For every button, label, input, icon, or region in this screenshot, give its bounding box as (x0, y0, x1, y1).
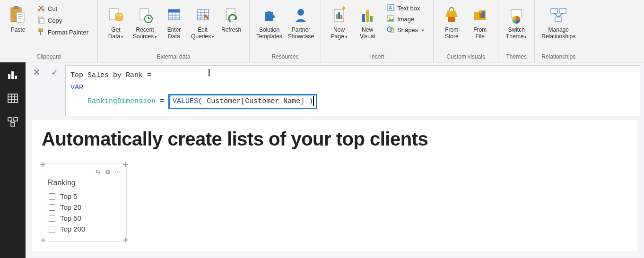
bar-chart-icon (7, 69, 18, 80)
slicer-item[interactable]: Top 20 (48, 202, 121, 213)
checkbox-icon[interactable] (49, 215, 55, 222)
ribbon-group-resources: Solution Templates Partner Showcase Reso… (250, 0, 321, 62)
chart-icon (359, 5, 375, 26)
svg-rect-30 (370, 16, 373, 22)
new-visual-button[interactable]: New Visual (353, 2, 382, 41)
var-name: RankingDimension (87, 97, 156, 105)
puzzle-icon (261, 5, 277, 26)
svg-rect-1 (14, 6, 18, 9)
svg-rect-47 (15, 76, 17, 79)
slicer-visual[interactable]: ⇆ ⧉ ⋯ Ranking Top 5Top 20Top 50Top 200 (42, 163, 127, 241)
resize-handle-tr[interactable] (123, 162, 128, 167)
close-paren: ) (309, 97, 313, 105)
recent-sources-button[interactable]: Recent Sources▾ (130, 2, 160, 41)
format-painter-icon (37, 28, 45, 37)
model-view-button[interactable] (5, 115, 20, 129)
image-button[interactable]: Image (384, 14, 426, 25)
enter-data-button[interactable]: Enter Data (160, 2, 188, 41)
resize-handle-br[interactable] (123, 238, 128, 242)
svg-rect-50 (14, 118, 17, 121)
text-box-button[interactable]: A Text box (384, 3, 426, 14)
svg-rect-2 (17, 12, 24, 23)
formula-editor[interactable]: Top Sales by Rank = I VAR RankingDimensi… (65, 65, 640, 116)
switch-theme-button[interactable]: Switch Theme▾ (502, 2, 531, 41)
new-page-button[interactable]: ✦ New Page▾ (325, 2, 353, 41)
svg-text:✦: ✦ (342, 6, 346, 11)
slicer-item[interactable]: Top 50 (48, 213, 121, 224)
copy-icon (37, 16, 45, 25)
checkbox-icon[interactable] (49, 226, 55, 232)
resize-handle-tl[interactable] (41, 162, 45, 167)
svg-rect-29 (366, 10, 369, 22)
chevron-down-icon: ▾ (345, 34, 348, 39)
more-options-icon[interactable]: ⋯ (114, 168, 121, 176)
manage-relationships-button[interactable]: Manage Relationships (539, 2, 578, 41)
cancel-formula-button[interactable]: ✕ (29, 65, 44, 79)
slicer-item-label: Top 5 (60, 192, 78, 200)
svg-rect-9 (40, 18, 44, 24)
checkbox-icon[interactable] (49, 193, 55, 200)
svg-rect-42 (551, 9, 557, 13)
shapes-label: Shapes (397, 26, 418, 34)
from-store-label: From Store (445, 26, 459, 40)
ribbon-group-external-data: Get Data▾ Recent Sources▾ Enter Data Edi… (98, 0, 250, 62)
copy-button[interactable]: Copy (35, 15, 91, 26)
slicer-item[interactable]: Top 5 (48, 191, 121, 202)
slicer-list: Top 5Top 20Top 50Top 200 (48, 191, 121, 234)
chevron-down-icon: ▾ (422, 28, 424, 33)
commit-formula-button[interactable]: ✓ (47, 65, 61, 79)
shapes-button[interactable]: Shapes ▾ (384, 25, 426, 35)
ribbon: Paste Cut Copy Format Painter Clipboard (0, 0, 644, 62)
get-data-button[interactable]: Get Data▾ (102, 2, 130, 41)
image-label: Image (397, 16, 414, 23)
new-visual-label: New Visual (360, 26, 375, 40)
recent-sources-icon (137, 5, 153, 26)
edit-queries-label: Edit Queries▾ (191, 26, 214, 40)
slicer-item-label: Top 50 (60, 214, 81, 222)
paste-button[interactable]: Paste (4, 2, 32, 34)
recent-sources-label: Recent Sources▾ (133, 26, 157, 40)
slicer-title: Ranking (48, 179, 121, 187)
open-paren: ( (198, 97, 202, 105)
slicer-item-label: Top 20 (60, 203, 81, 211)
cut-button[interactable]: Cut (35, 3, 91, 15)
svg-rect-26 (340, 15, 342, 19)
refresh-button[interactable]: Refresh (217, 2, 245, 34)
report-canvas[interactable]: Automatically create lists of your top c… (32, 120, 637, 251)
formula-highlight: VALUES( Customer[Customer Name] ) (168, 94, 317, 109)
model-icon (7, 117, 18, 127)
cut-label: Cut (48, 5, 57, 12)
switch-theme-label: Switch Theme▾ (506, 26, 527, 40)
edit-queries-button[interactable]: Edit Queries▾ (188, 2, 217, 41)
group-label-resources: Resources (253, 52, 317, 61)
from-file-button[interactable]: From File (466, 2, 494, 41)
solution-templates-button[interactable]: Solution Templates (253, 2, 285, 41)
from-store-button[interactable]: From Store (437, 2, 466, 41)
body-row: ✕ ✓ Top Sales by Rank = I VAR RankingDim… (0, 62, 644, 258)
resize-handle-bl[interactable] (41, 238, 45, 242)
chevron-down-icon: ▾ (155, 34, 157, 39)
refresh-label: Refresh (221, 26, 241, 33)
page-headline: Automatically create lists of your top c… (42, 129, 628, 150)
group-label-insert: Insert (325, 52, 429, 61)
text-box-icon: A (387, 4, 394, 12)
slicer-item[interactable]: Top 200 (48, 224, 121, 234)
data-view-button[interactable] (5, 92, 20, 105)
chevron-down-icon: ▾ (121, 34, 123, 39)
report-view-button[interactable] (5, 68, 20, 81)
canvas-area: ✕ ✓ Top Sales by Rank = I VAR RankingDim… (26, 62, 644, 258)
filters-icon[interactable]: ⇆ (96, 168, 101, 176)
chevron-down-icon: ▾ (524, 34, 527, 39)
folder-icon (472, 5, 488, 26)
partner-showcase-button[interactable]: Partner Showcase (285, 2, 317, 41)
paste-label: Paste (11, 26, 26, 33)
svg-rect-39 (482, 11, 485, 18)
relationships-icon (549, 5, 568, 26)
func-arg: Customer[Customer Name] (202, 97, 309, 105)
focus-mode-icon[interactable]: ⧉ (105, 168, 110, 176)
format-painter-label: Format Painter (48, 29, 88, 36)
new-page-label: New Page▾ (331, 26, 348, 40)
format-painter-button[interactable]: Format Painter (35, 26, 91, 38)
group-label-custom-visuals: Custom visuals (437, 52, 494, 61)
checkbox-icon[interactable] (49, 204, 55, 211)
